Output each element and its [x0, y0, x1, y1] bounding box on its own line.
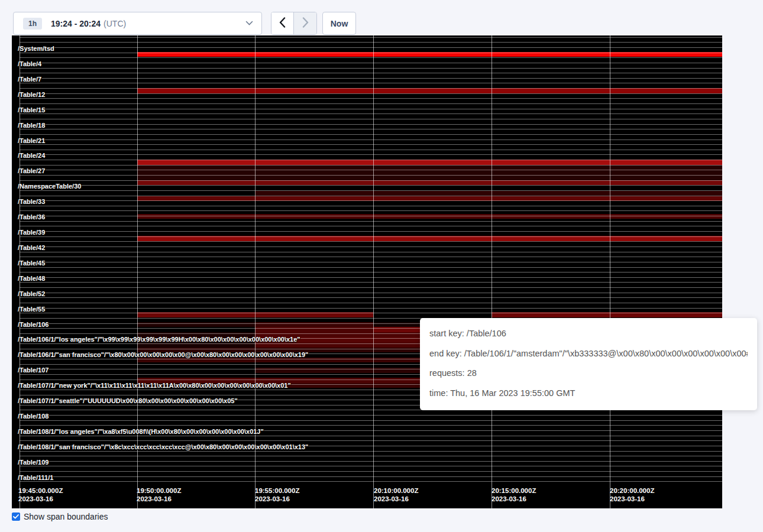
axis-tick-date: 2023-03-16: [18, 495, 63, 503]
heat-band: [137, 180, 722, 186]
row-label: /Table/4: [18, 60, 41, 68]
span-boundary-line: [20, 200, 722, 201]
chevron-left-icon: [279, 17, 286, 30]
span-boundary-line: [20, 154, 722, 155]
span-boundary-line: [20, 231, 722, 232]
show-span-boundaries-checkbox[interactable]: [12, 512, 20, 521]
span-boundary-line: [20, 293, 722, 293]
span-boundary-line: [20, 471, 722, 472]
axis-tick-time: 20:20:00.000Z: [610, 486, 654, 495]
axis-tick-date: 2023-03-16: [610, 495, 654, 503]
span-boundary-line: [20, 37, 722, 38]
axis-tick-label: 19:55:00.000Z2023-03-16: [255, 486, 299, 503]
axis-tick-date: 2023-03-16: [137, 495, 181, 503]
chevron-right-icon: [302, 17, 309, 30]
row-label: /Table/27: [18, 167, 45, 175]
axis-tick-time: 19:50:00.000Z: [137, 486, 181, 495]
heat-band: [137, 214, 722, 219]
span-boundary-line: [20, 476, 722, 477]
now-button[interactable]: Now: [322, 12, 356, 35]
span-boundary-line: [20, 140, 722, 140]
span-boundary-line: [20, 134, 722, 135]
key-visualizer-page: 1h 19:24 - 20:24(UTC) Now /System/tsd/Ta…: [0, 0, 763, 532]
span-boundary-line: [20, 277, 722, 278]
span-boundary-line: [20, 42, 722, 43]
span-boundary-line: [20, 481, 722, 482]
span-boundary-line: [20, 175, 722, 176]
next-window-button[interactable]: [294, 12, 316, 34]
span-boundary-line: [20, 308, 722, 309]
span-boundary-line: [20, 241, 722, 242]
span-boundary-line: [20, 420, 722, 421]
row-label: /Table/107/1/"seattle"/"UUUUUUD\x00\x80\…: [18, 397, 238, 405]
span-boundary-line: [20, 297, 722, 298]
time-gridline: [373, 35, 374, 508]
show-span-boundaries-label: Show span boundaries: [24, 512, 108, 521]
tooltip-time: time: Thu, 16 Mar 2023 19:55:00 GMT: [429, 384, 748, 404]
span-boundary-line: [20, 236, 722, 237]
row-label: /System/tsd: [18, 44, 54, 53]
row-label: /NamespaceTable/30: [18, 182, 81, 190]
row-label: /Table/33: [18, 197, 45, 206]
axis-tick-label: 19:45:00.000Z2023-03-16: [18, 486, 63, 503]
range-duration-badge: 1h: [23, 18, 42, 30]
row-label: /Table/55: [18, 305, 45, 313]
span-boundary-line: [20, 185, 722, 186]
span-boundary-line: [20, 170, 722, 170]
span-boundary-line: [20, 73, 722, 73]
span-boundary-line: [20, 93, 722, 94]
row-label: /Table/39: [18, 228, 45, 236]
span-boundary-line: [20, 456, 722, 456]
chevron-down-icon: [245, 21, 253, 26]
row-label: /Table/15: [18, 106, 45, 114]
row-label: /Table/108/1/"san francisco"/"\x8c\xcc\x…: [18, 443, 308, 451]
check-icon: [13, 514, 19, 519]
axis-tick-time: 20:10:00.000Z: [374, 486, 418, 495]
row-label: /Table/109: [18, 458, 49, 466]
row-label: /Table/7: [18, 75, 41, 83]
axis-tick-time: 19:45:00.000Z: [18, 486, 63, 495]
row-label: /Table/108/1/"los angeles"/"\xa8\xf5\u00…: [18, 427, 264, 436]
row-label: /Table/18: [18, 121, 45, 129]
span-boundary-line: [20, 466, 722, 466]
span-boundary-line: [20, 257, 722, 257]
span-boundary-line: [20, 160, 722, 160]
heat-band: [137, 165, 722, 180]
row-label: /Table/107: [18, 366, 49, 374]
heat-band: [137, 160, 722, 165]
row-label: /Table/106/1/"san francisco"/"\x80\x00\x…: [18, 351, 308, 359]
span-boundary-line: [20, 425, 722, 426]
span-boundary-line: [20, 415, 722, 416]
span-boundary-line: [20, 461, 722, 462]
key-visualizer-canvas[interactable]: /System/tsd/Table/4/Table/7/Table/12/Tab…: [12, 35, 722, 508]
span-boundary-line: [20, 206, 722, 206]
time-range-dropdown[interactable]: 1h 19:24 - 20:24(UTC): [13, 12, 262, 35]
span-boundary-line: [20, 119, 722, 119]
span-boundary-line: [20, 226, 722, 226]
time-window-nav: [271, 12, 317, 35]
row-label: /Table/24: [18, 151, 45, 160]
axis-tick-time: 20:15:00.000Z: [492, 486, 536, 495]
footer: Show span boundaries: [12, 512, 108, 521]
time-range-text: 19:24 - 20:24(UTC): [51, 19, 126, 28]
tooltip-requests: requests: 28: [429, 364, 748, 384]
span-boundary-line: [20, 303, 722, 303]
row-label: /Table/52: [18, 290, 45, 298]
previous-window-button[interactable]: [271, 12, 294, 34]
heat-band: [137, 88, 722, 93]
span-boundary-line: [20, 246, 722, 247]
row-label: /Table/106/1/"los angeles"/"\x99\x99\x99…: [18, 335, 300, 343]
span-boundary-line: [20, 190, 722, 191]
row-label: /Table/106: [18, 320, 49, 329]
row-label: /Table/42: [18, 244, 45, 252]
time-gridline: [255, 35, 256, 508]
span-boundary-line: [20, 98, 722, 99]
span-boundary-line: [20, 150, 722, 150]
span-boundary-line: [20, 68, 722, 69]
span-boundary-line: [20, 124, 722, 125]
span-boundary-line: [20, 267, 722, 268]
span-boundary-line: [20, 196, 722, 196]
span-boundary-line: [20, 252, 722, 252]
time-gridline: [492, 35, 492, 508]
span-boundary-line: [20, 287, 722, 288]
